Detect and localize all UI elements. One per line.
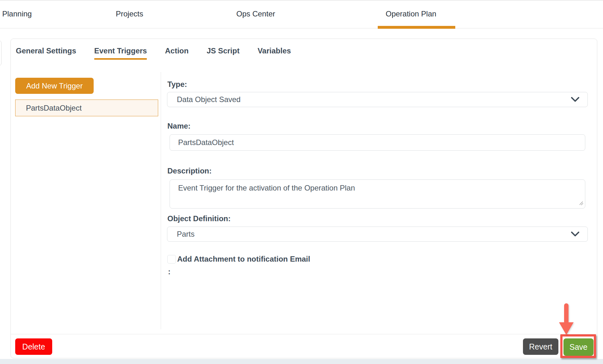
- type-select[interactable]: Data Object Saved: [167, 92, 588, 107]
- nav-item-planning[interactable]: Planning: [2, 9, 32, 18]
- save-button[interactable]: Save: [563, 338, 594, 356]
- attachment-checkbox[interactable]: [167, 255, 176, 264]
- revert-button[interactable]: Revert: [523, 338, 558, 355]
- tab-label: Action: [165, 46, 189, 55]
- trigger-list-item-partsdataobject[interactable]: PartsDataObject: [15, 100, 158, 116]
- object-definition-select[interactable]: Parts: [167, 227, 588, 242]
- tab-action[interactable]: Action: [165, 46, 189, 60]
- left-edge-panel-sliver: [0, 40, 2, 66]
- top-navigation: Planning Projects Ops Center Operation P…: [0, 0, 603, 28]
- active-nav-underline: [378, 26, 455, 29]
- nav-item-ops-center[interactable]: Ops Center: [236, 9, 275, 18]
- delete-button[interactable]: Delete: [15, 338, 52, 355]
- colon-text: :: [168, 267, 171, 276]
- name-input[interactable]: [170, 134, 585, 151]
- tab-label: Event Triggers: [94, 46, 147, 55]
- type-label: Type:: [167, 80, 187, 89]
- description-label: Description:: [167, 167, 212, 175]
- tab-variables[interactable]: Variables: [258, 46, 291, 60]
- attachment-checkbox-label: Add Attachment to notification Email: [177, 255, 310, 264]
- description-field-wrap: Event Trigger for the activation of the …: [170, 179, 585, 209]
- operation-plan-settings-panel: General Settings Event Triggers Action J…: [10, 39, 597, 358]
- tab-label: General Settings: [16, 46, 76, 55]
- footer-separator: [11, 334, 597, 334]
- type-select-value: Data Object Saved: [167, 95, 571, 104]
- chevron-down-icon: [571, 97, 579, 102]
- nav-item-projects[interactable]: Projects: [116, 9, 143, 18]
- tab-label: Variables: [258, 46, 291, 55]
- description-textarea[interactable]: Event Trigger for the activation of the …: [170, 179, 585, 209]
- page-bottom-strip: [0, 359, 603, 364]
- object-definition-select-value: Parts: [167, 230, 571, 239]
- name-label: Name:: [167, 122, 190, 130]
- attachment-checkbox-row: Add Attachment to notification Email: [167, 255, 310, 264]
- chevron-down-icon: [571, 232, 579, 237]
- object-definition-label: Object Definition:: [167, 214, 231, 223]
- add-new-trigger-button[interactable]: Add New Trigger: [15, 78, 94, 94]
- settings-tab-bar: General Settings Event Triggers Action J…: [16, 46, 291, 60]
- nav-item-operation-plan[interactable]: Operation Plan: [386, 9, 436, 18]
- active-tab-underline: [94, 58, 147, 60]
- panel-vertical-divider: [161, 72, 161, 329]
- tab-event-triggers[interactable]: Event Triggers: [94, 46, 147, 60]
- tab-js-script[interactable]: JS Script: [207, 46, 239, 60]
- tab-general-settings[interactable]: General Settings: [16, 46, 76, 60]
- tab-label: JS Script: [207, 46, 239, 55]
